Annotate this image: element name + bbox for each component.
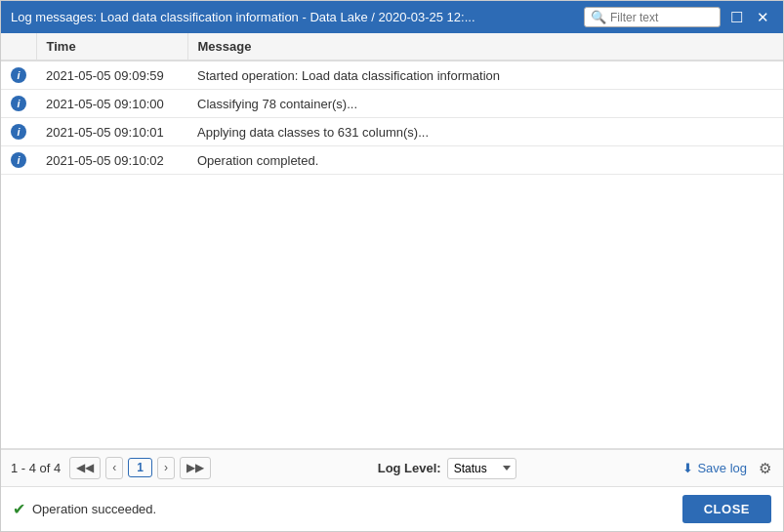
search-icon: 🔍 [591,10,606,24]
maximize-button[interactable]: ☐ [726,8,747,26]
log-level-label: Log Level: [378,461,441,475]
table-row: i 2021-05-05 09:10:01 Applying data clas… [1,118,783,146]
status-message: Operation succeeded. [32,502,156,516]
settings-button[interactable]: ⚙ [757,458,773,479]
save-icon: ⬇ [682,461,693,475]
row-time: 2021-05-05 09:10:00 [36,90,187,118]
info-icon: i [11,67,26,83]
dialog-title: Log messages: Load data classification i… [11,10,475,24]
info-icon: i [11,124,26,140]
row-message: Started operation: Load data classificat… [187,61,783,90]
close-button[interactable]: CLOSE [682,495,771,523]
first-page-button[interactable]: ◀◀ [69,457,101,479]
success-check-icon: ✔ [13,500,25,518]
col-header-message: Message [187,33,783,61]
filter-box[interactable]: 🔍 [584,7,721,27]
table-row: i 2021-05-05 09:09:59 Started operation:… [1,61,783,90]
save-log-label: Save log [697,461,747,475]
footer-bar: 1 - 4 of 4 ◀◀ ‹ 1 › ▶▶ Log Level: Status… [1,449,783,486]
next-page-button[interactable]: › [157,457,175,479]
pagination: 1 - 4 of 4 ◀◀ ‹ 1 › ▶▶ [11,457,211,479]
row-message: Applying data classes to 631 column(s)..… [187,118,783,146]
title-bar-left: Log messages: Load data classification i… [11,10,584,24]
log-table: Time Message i 2021-05-05 09:09:59 Start… [1,33,783,175]
table-body: i 2021-05-05 09:09:59 Started operation:… [1,61,783,175]
row-icon-cell: i [1,146,36,175]
log-level-select[interactable]: StatusInfoWarningError [447,458,516,479]
footer-right: ⬇ Save log ⚙ [682,458,773,479]
row-icon-cell: i [1,118,36,146]
col-header-time: Time [36,33,187,61]
status-left: ✔ Operation succeeded. [13,500,156,518]
table-row: i 2021-05-05 09:10:00 Classifying 78 con… [1,90,783,118]
table-header-row: Time Message [1,33,783,61]
row-time: 2021-05-05 09:09:59 [36,61,187,90]
current-page: 1 [128,458,152,477]
row-time: 2021-05-05 09:10:01 [36,118,187,146]
gear-icon: ⚙ [759,460,771,476]
row-icon-cell: i [1,90,36,118]
title-bar: Log messages: Load data classification i… [1,1,783,33]
title-bar-right: 🔍 ☐ ✕ [584,7,773,27]
table-area: Time Message i 2021-05-05 09:09:59 Start… [1,33,783,449]
info-icon: i [11,96,26,111]
log-level-section: Log Level: StatusInfoWarningError [378,458,516,479]
status-bar: ✔ Operation succeeded. CLOSE [1,486,783,531]
dialog: Log messages: Load data classification i… [0,0,784,532]
row-time: 2021-05-05 09:10:02 [36,146,187,175]
pagination-summary: 1 - 4 of 4 [11,461,61,475]
col-header-icon [1,33,36,61]
row-message: Operation completed. [187,146,783,175]
last-page-button[interactable]: ▶▶ [180,457,211,479]
prev-page-button[interactable]: ‹ [105,457,123,479]
row-icon-cell: i [1,61,36,90]
info-icon: i [11,152,26,168]
close-title-button[interactable]: ✕ [753,8,773,26]
row-message: Classifying 78 container(s)... [187,90,783,118]
save-log-button[interactable]: ⬇ Save log [682,461,747,475]
filter-input[interactable] [610,11,714,24]
table-row: i 2021-05-05 09:10:02 Operation complete… [1,146,783,175]
